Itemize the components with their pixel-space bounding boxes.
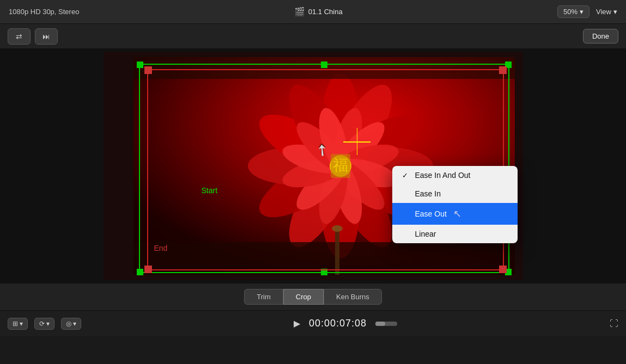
retime-icon: ◎ [66,320,71,328]
checkmark-ease-in-out: ✓ [402,171,411,180]
dropdown-item-ease-out[interactable]: Ease Out ↖ [392,203,518,225]
transform-icon: ⊞ [13,320,18,328]
svg-text:福: 福 [333,157,348,174]
dropdown-item-linear[interactable]: Linear [392,225,518,243]
fullscreen-button[interactable]: ⛶ [610,319,618,329]
speed-control[interactable]: ⟳ ▾ [34,318,54,330]
swap-button[interactable]: ⇄ [8,28,31,45]
bottom-left-controls: ⊞ ▾ ⟳ ▾ ◎ ▾ [8,318,81,330]
timeline-bar[interactable] [375,322,397,326]
ease-in-label: Ease In [415,189,441,198]
video-frame: 福 [104,52,523,280]
clapper-icon: 🎬 [294,7,305,17]
toolbar-row: ⇄ ⏭ Done [0,24,626,49]
resolution-label: 1080p HD 30p, Stereo [9,8,79,16]
timeline-progress [375,322,385,326]
video-area: 福 [0,49,626,283]
toolbar-left: ⇄ ⏭ [8,28,58,45]
bottom-bar: ⊞ ▾ ⟳ ▾ ◎ ▾ ▶ 00:00:07:08 ⛶ [0,310,626,336]
svg-rect-28 [133,57,515,79]
bottom-tabs: Trim Crop Ken Burns [0,283,626,310]
done-button[interactable]: Done [583,29,618,44]
top-controls: 50% ▾ View ▾ [557,5,617,18]
transform-control[interactable]: ⊞ ▾ [8,318,28,330]
dropdown-item-ease-in-out[interactable]: ✓ Ease In And Out [392,166,518,184]
svg-point-31 [332,225,343,232]
chevron-down-icon-2: ▾ [613,8,617,16]
tab-trim[interactable]: Trim [244,289,283,305]
project-info: 🎬 01.1 China [294,7,343,17]
retime-control[interactable]: ◎ ▾ [61,318,81,330]
speed-icon: ⟳ [39,320,45,328]
chevron-down-icon-5: ▾ [73,320,76,328]
ease-in-out-label: Ease In And Out [415,171,471,180]
swap-icon: ⇄ [16,32,22,41]
chevron-down-icon: ▾ [580,8,584,16]
chevron-down-icon-4: ▾ [46,320,50,328]
linear-label: Linear [415,230,436,238]
view-button[interactable]: View ▾ [596,8,617,16]
play-button[interactable]: ▶ [290,318,303,329]
svg-rect-29 [133,242,515,275]
zoom-value: 50% [563,8,578,16]
view-label: View [596,8,611,16]
tab-crop[interactable]: Crop [283,289,324,305]
svg-rect-30 [335,226,339,275]
cursor-pointer-hint: ↖ [453,208,461,220]
zoom-button[interactable]: 50% ▾ [557,5,589,18]
dropdown-menu: ✓ Ease In And Out Ease In Ease Out ↖ Lin… [392,166,518,243]
bottom-right-controls: ⛶ [610,319,618,329]
top-bar: 1080p HD 30p, Stereo 🎬 01.1 China 50% ▾ … [0,0,626,24]
chevron-down-icon-3: ▾ [20,320,23,328]
playback-controls: ▶ 00:00:07:08 [290,318,400,329]
dropdown-item-ease-in[interactable]: Ease In [392,184,518,203]
project-name: 01.1 China [308,8,343,16]
step-forward-button[interactable]: ⏭ [35,28,58,45]
tab-ken-burns[interactable]: Ken Burns [324,289,382,305]
step-forward-icon: ⏭ [42,32,50,41]
timecode-display: 00:00:07:08 [309,318,367,329]
ease-out-label: Ease Out [415,209,447,218]
